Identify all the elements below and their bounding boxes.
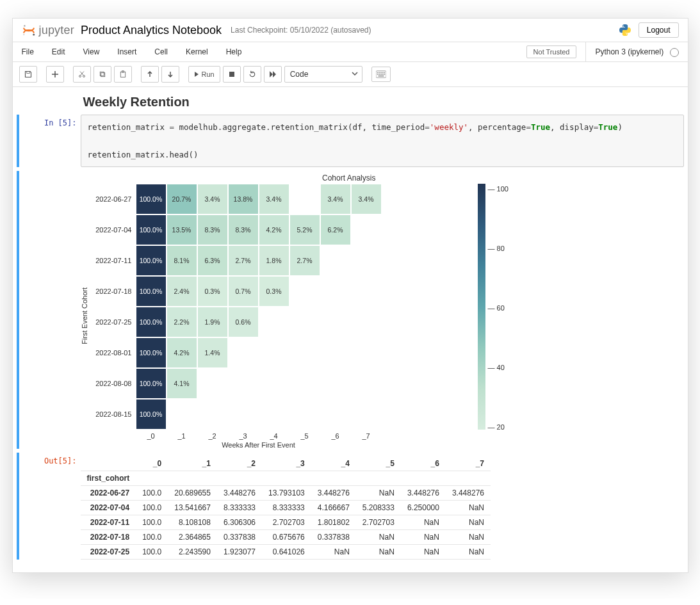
notebook-area: Weekly Retention In [5]: retention_matri…: [13, 87, 688, 572]
notebook-title[interactable]: Product Analytics Notebook: [81, 24, 222, 37]
move-down-button[interactable]: [161, 66, 179, 83]
python-icon: [618, 23, 632, 37]
heatmap-cell: [259, 399, 289, 430]
trust-indicator[interactable]: Not Trusted: [526, 45, 577, 58]
heatmap-cell: 3.4%: [259, 184, 289, 214]
jupyter-icon: [22, 23, 36, 37]
heatmap-cell: [320, 337, 351, 368]
heatmap-cell: [320, 307, 351, 337]
menu-edit[interactable]: Edit: [43, 42, 74, 61]
heatmap-cell: 4.2%: [259, 214, 289, 245]
heatmap-cell: 100.0%: [136, 337, 167, 368]
save-button[interactable]: [19, 66, 37, 83]
heatmap-cell: [320, 276, 351, 307]
jupyter-logo-link[interactable]: jupyter: [22, 23, 74, 37]
heatmap-row-label: 2022-08-08: [91, 368, 136, 399]
heatmap-row-label: 2022-07-25: [91, 307, 136, 337]
svg-rect-10: [120, 72, 126, 77]
heatmap-cell: 1.9%: [197, 307, 228, 337]
heatmap-cell: 13.5%: [167, 214, 197, 245]
heatmap-cell: [289, 276, 320, 307]
heatmap-cell: 1.8%: [259, 245, 289, 276]
menu-kernel[interactable]: Kernel: [177, 42, 217, 61]
table-col-header: _1: [168, 456, 217, 471]
svg-point-7: [83, 76, 85, 77]
heatmap-cell: 3.4%: [351, 184, 382, 214]
checkpoint-text: Last Checkpoint: 05/10/2022 (autosaved): [231, 26, 371, 35]
heatmap-cell: [197, 399, 228, 430]
heatmap-cell: 20.7%: [167, 184, 197, 214]
table-col-header: _7: [446, 456, 491, 471]
heatmap-cell: [351, 245, 382, 276]
code-input[interactable]: retention_matrix = modelhub.aggregate.re…: [81, 115, 684, 167]
heatmap-cell: 0.7%: [228, 276, 259, 307]
svg-point-3: [623, 26, 624, 27]
heatmap-cell: [351, 368, 382, 399]
heatmap-row-label: 2022-08-15: [91, 399, 136, 430]
menu-view[interactable]: View: [74, 42, 109, 61]
heatmap-cell: 100.0%: [136, 399, 167, 430]
menu-insert[interactable]: Insert: [108, 42, 145, 61]
heatmap-cell: [228, 399, 259, 430]
menu-cell[interactable]: Cell: [145, 42, 177, 61]
svg-rect-21: [380, 74, 382, 75]
add-cell-button[interactable]: [46, 66, 64, 83]
logout-button[interactable]: Logout: [639, 22, 679, 38]
heatmap-cell: 2.7%: [228, 245, 259, 276]
paste-button[interactable]: [114, 66, 132, 83]
header: jupyter Product Analytics Notebook Last …: [13, 19, 688, 42]
menu-help[interactable]: Help: [217, 42, 251, 61]
heatmap-x-tick: _5: [289, 432, 320, 440]
heatmap-cell: 100.0%: [136, 184, 167, 214]
svg-rect-23: [384, 74, 385, 75]
heatmap-x-tick: _6: [320, 432, 351, 440]
heatmap-cell: 0.3%: [259, 276, 289, 307]
svg-rect-15: [378, 72, 380, 73]
cell-type-select[interactable]: Code: [284, 66, 362, 83]
svg-rect-20: [378, 74, 380, 75]
command-palette-button[interactable]: [371, 67, 391, 82]
table-row: 2022-07-18100.02.3648650.3378380.6756760…: [81, 529, 491, 544]
heatmap-cell: 13.8%: [228, 184, 259, 214]
chevron-down-icon: [352, 70, 358, 77]
heatmap-row-label: 2022-06-27: [91, 184, 136, 214]
svg-point-0: [24, 25, 25, 26]
heatmap-cell: [289, 337, 320, 368]
heatmap-cell: 100.0%: [136, 276, 167, 307]
copy-button[interactable]: [94, 66, 111, 83]
chart-title: Cohort Analysis: [190, 173, 509, 182]
heatmap-cell: 8.1%: [167, 245, 197, 276]
table-row: 2022-07-11100.08.1081086.3063062.7027031…: [81, 515, 491, 529]
menubar: FileEditViewInsertCellKernelHelp Not Tru…: [13, 42, 688, 62]
heatmap-cell: 5.2%: [289, 214, 320, 245]
menu-file[interactable]: File: [22, 42, 43, 61]
table-col-header: _2: [217, 456, 262, 471]
svg-point-6: [79, 76, 81, 77]
restart-run-all-button[interactable]: [264, 66, 282, 83]
heatmap-cell: 8.3%: [228, 214, 259, 245]
move-up-button[interactable]: [141, 66, 159, 83]
markdown-heading[interactable]: Weekly Retention: [83, 95, 684, 109]
interrupt-button[interactable]: [223, 66, 241, 83]
heatmap-cell: 100.0%: [136, 214, 167, 245]
heatmap-cell: 2.2%: [167, 307, 197, 337]
restart-button[interactable]: [243, 66, 261, 83]
svg-rect-22: [382, 74, 383, 75]
heatmap-row-label: 2022-07-18: [91, 276, 136, 307]
svg-rect-9: [101, 73, 104, 77]
kernel-name[interactable]: Python 3 (ipykernel): [585, 42, 678, 61]
colorbar: 10080604020: [478, 184, 509, 432]
table-col-header: _6: [401, 456, 446, 471]
heatmap-cell: 100.0%: [136, 245, 167, 276]
run-button[interactable]: Run: [188, 66, 220, 83]
svg-rect-8: [100, 72, 104, 76]
code-cell[interactable]: In [5]: retention_matrix = modelhub.aggr…: [17, 115, 684, 167]
svg-point-2: [23, 34, 24, 35]
table-col-header: _4: [311, 456, 356, 471]
heatmap-cell: [351, 276, 382, 307]
heatmap-cell: [351, 307, 382, 337]
chart-xlabel: Weeks After First Event: [136, 441, 382, 449]
svg-rect-19: [377, 74, 378, 75]
kernel-status-icon: [670, 48, 679, 57]
cut-button[interactable]: [73, 66, 91, 83]
